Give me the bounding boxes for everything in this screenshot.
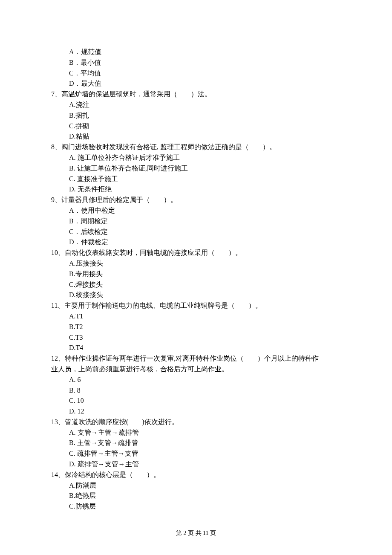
question-12-opt-c: C. 10 <box>51 396 341 406</box>
question-11-opt-a: A.T1 <box>51 311 341 322</box>
question-8-opt-a: A. 施工单位补齐合格证后才准予施工 <box>51 153 341 163</box>
question-9-stem: 9、计量器具修理后的检定属于（ ）。 <box>51 195 341 205</box>
question-7-stem: 7、高温炉墙的保温层砌筑时，通常采用（ ）法。 <box>51 89 341 100</box>
question-8-opt-c: C. 直接准予施工 <box>51 174 341 185</box>
option-c: C．平均值 <box>51 68 341 79</box>
question-13-opt-c: C. 疏排管→主管→支管 <box>51 448 341 459</box>
question-12-opt-b: B. 8 <box>51 385 341 396</box>
question-12-stem-line1: 12、特种作业操作证每两年进行一次复审,对离开特种作业岗位（ ）个月以上的特种作 <box>51 353 341 364</box>
question-10-opt-b: B.专用接头 <box>51 269 341 280</box>
question-12-opt-d: D. 12 <box>51 406 341 417</box>
option-d: D．最大值 <box>51 78 341 89</box>
option-a: A．规范值 <box>51 47 341 58</box>
page-footer: 第 2 页 共 11 页 <box>0 529 392 538</box>
question-12-opt-a: A. 6 <box>51 375 341 385</box>
question-14-opt-b: B.绝热层 <box>51 491 341 501</box>
question-13-opt-d: D. 疏排管→支管→主管 <box>51 459 341 470</box>
question-8-stem: 8、阀门进场验收时发现没有合格证, 监理工程师的做法正确的是（ ）。 <box>51 142 341 153</box>
question-9-opt-d: D．仲裁检定 <box>51 237 341 248</box>
question-11-opt-c: C.T3 <box>51 332 341 343</box>
question-7-opt-a: A.浇注 <box>51 100 341 110</box>
option-b: B．最小值 <box>51 58 341 68</box>
question-9-opt-a: A．使用中检定 <box>51 205 341 216</box>
question-10-opt-a: A.压接接头 <box>51 258 341 269</box>
question-11-opt-b: B.T2 <box>51 322 341 332</box>
question-7-opt-d: D.粘贴 <box>51 131 341 142</box>
question-14-opt-c: C.防锈层 <box>51 501 341 512</box>
question-8-opt-d: D. 无条件拒绝 <box>51 184 341 195</box>
question-11-stem: 11、主要用于制作输送电力的电线、电缆的工业纯铜牌号是（ ）。 <box>51 301 341 311</box>
question-8-opt-b: B. 让施工单位补齐合格证,同时进行施工 <box>51 163 341 174</box>
question-12-stem-line2: 业人员，上岗前必须重新进行考核，合格后方可上岗作业。 <box>51 364 341 375</box>
page-container: A．规范值 B．最小值 C．平均值 D．最大值 7、高温炉墙的保温层砌筑时，通常… <box>0 0 392 555</box>
question-7-opt-c: C.拼砌 <box>51 121 341 132</box>
question-10-stem: 10、自动化仪表线路安装时，同轴电缆的连接应采用（ ）。 <box>51 248 341 258</box>
question-9-opt-c: C．后续检定 <box>51 227 341 237</box>
question-13-opt-a: A. 支管→主管→疏排管 <box>51 428 341 438</box>
question-14-stem: 14、保冷结构的核心层是（ ）。 <box>51 470 341 480</box>
question-13-opt-b: B. 主管→支管→疏排管 <box>51 438 341 448</box>
question-11-opt-d: D.T4 <box>51 343 341 353</box>
question-10-opt-c: C.焊接接头 <box>51 280 341 290</box>
question-7-opt-b: B.捆扎 <box>51 110 341 121</box>
question-14-opt-a: A.防潮层 <box>51 480 341 491</box>
question-9-opt-b: B．周期检定 <box>51 216 341 227</box>
question-13-stem: 13、管道吹洗的顺序应按( )依次进行。 <box>51 417 341 428</box>
question-10-opt-d: D.绞接接头 <box>51 290 341 301</box>
